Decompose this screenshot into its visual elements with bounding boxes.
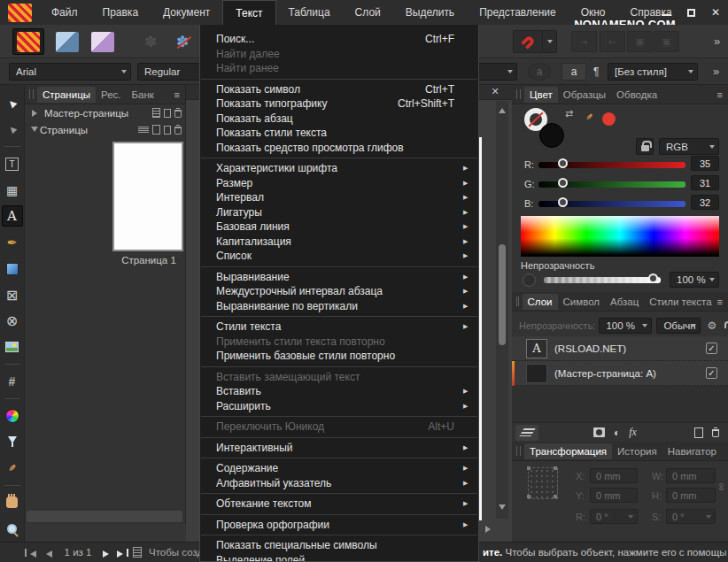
color-picker-tool[interactable]: ✒ — [2, 458, 23, 479]
zoom-tool[interactable] — [2, 518, 23, 539]
vertical-scrollbar[interactable] — [496, 101, 508, 519]
fontbar-overflow-button[interactable]: » — [713, 65, 719, 78]
link-dimensions-icon[interactable]: ∞ — [716, 483, 728, 491]
scroll-up-icon[interactable] — [499, 104, 506, 113]
blend-mode-select[interactable]: Обычн — [656, 318, 701, 334]
panel-menu-icon[interactable]: ≡ — [174, 89, 180, 100]
publisher-persona-button[interactable] — [12, 28, 44, 55]
previous-page-button[interactable] — [43, 549, 52, 559]
menubar-item[interactable]: Представление — [467, 0, 569, 25]
red-value[interactable]: 35 — [691, 156, 719, 171]
menu-item[interactable]: Применить базовые стили повторно ▶ — [200, 349, 478, 364]
tab-text-styles[interactable]: Стили текста — [644, 294, 716, 310]
layer-opacity-select[interactable]: 100 % — [599, 318, 652, 334]
color-spectrum[interactable] — [521, 216, 719, 257]
menu-item[interactable]: Базовая линия ▶ — [200, 219, 478, 235]
menu-item[interactable]: Стили текста ▶ — [200, 319, 478, 335]
font-family-select[interactable]: Arial — [9, 63, 131, 81]
menu-item[interactable]: Размер ▶ — [200, 176, 478, 191]
delete-layer-icon[interactable] — [712, 429, 719, 437]
panel-drag-handle[interactable] — [516, 446, 521, 456]
ellipse-frame-tool[interactable]: ⊗ — [2, 311, 23, 332]
menu-item[interactable]: Проверка орфографии ▶ — [200, 518, 478, 533]
panel-drag-handle[interactable] — [29, 89, 34, 99]
menu-item[interactable]: Показать символ Ctrl+T ▶ — [200, 82, 478, 97]
menu-item[interactable]: Показать абзац ▶ — [200, 112, 478, 127]
menubar-item[interactable]: Файл — [39, 0, 90, 25]
new-layer-icon[interactable] — [694, 427, 703, 438]
tab-resources[interactable]: Рес. — [96, 87, 127, 103]
artistic-text-button[interactable]: a — [561, 63, 586, 81]
artistic-text-tool[interactable]: А — [2, 205, 23, 227]
panel-menu-icon[interactable]: ≡ — [717, 89, 723, 100]
menu-item[interactable]: Капитализация ▶ — [200, 235, 478, 250]
slider-handle[interactable] — [558, 197, 568, 207]
tab-navigator[interactable]: Навигатор — [662, 443, 722, 459]
menu-item[interactable]: Показать специальные символы ▶ — [200, 538, 478, 553]
font-size-select[interactable] — [476, 63, 517, 81]
menu-item[interactable]: Показать средство просмотра глифов ▶ — [200, 141, 478, 156]
gradient-tool[interactable] — [2, 258, 23, 280]
table-tool[interactable]: ▦ — [2, 180, 23, 201]
tab-swatches[interactable]: Образцы — [558, 87, 611, 103]
mask-layer-icon[interactable] — [593, 427, 605, 437]
slider-handle[interactable] — [558, 158, 568, 168]
tab-transform[interactable]: Трансформация — [524, 443, 612, 459]
menu-item[interactable]: Содержание ▶ — [200, 461, 478, 476]
adjustment-layer-icon[interactable]: ◐ — [614, 427, 620, 439]
menu-item[interactable]: Показать стили текста ▶ — [200, 126, 478, 141]
pen-tool[interactable]: ✒ — [2, 232, 23, 253]
snapping-dropdown[interactable] — [543, 30, 557, 53]
crop-tool[interactable]: # — [2, 371, 23, 392]
menu-item[interactable]: Найти далее ▶ — [200, 47, 478, 62]
master-pages-row[interactable]: Мастер-страницы — [25, 104, 185, 121]
move-tool[interactable]: ▲ — [2, 93, 23, 114]
gear-icon[interactable]: ⚙ — [707, 319, 716, 332]
fill-tool[interactable] — [2, 405, 23, 427]
menu-item[interactable]: Обтекание текстом ▶ — [200, 497, 478, 512]
close-button[interactable]: ✕ — [709, 5, 723, 19]
minimize-button[interactable] — [659, 5, 673, 19]
duplicate-page-icon[interactable] — [164, 126, 171, 135]
menubar-item[interactable]: Выделить — [393, 0, 467, 25]
page-thumbnail[interactable] — [112, 142, 183, 251]
menu-item[interactable]: Выделение полей ▶ — [200, 553, 478, 562]
document-tab-close-button[interactable]: ✕ — [488, 86, 502, 99]
menu-item[interactable]: Выравнивание по вертикали ▶ — [200, 299, 478, 314]
menubar-item[interactable]: Документ — [151, 0, 222, 25]
tab-bank[interactable]: Банк — [127, 87, 159, 103]
scrollbar-thumb[interactable] — [499, 244, 506, 345]
menu-item[interactable]: Найти ранее ▶ — [200, 61, 478, 76]
menu-item[interactable]: Алфавитный указатель ▶ — [200, 476, 478, 491]
menu-item[interactable]: Показать типографику Ctrl+Shift+T ▶ — [200, 96, 478, 112]
layer-row-1[interactable]: A (RSLOAD.NET) ✓ — [512, 336, 728, 361]
tab-pages[interactable]: Страницы — [37, 87, 96, 103]
next-page-button[interactable] — [103, 549, 112, 559]
blue-slider[interactable] — [538, 201, 685, 207]
rectangle-frame-tool[interactable]: ⊠ — [2, 284, 23, 305]
blue-value[interactable]: 32 — [691, 195, 719, 210]
menu-item[interactable]: Междустрочный интервал абзаца ▶ — [200, 284, 478, 299]
first-page-button[interactable] — [25, 549, 36, 559]
menubar-item[interactable]: Таблица — [276, 0, 343, 25]
menu-item[interactable]: Характеристики шрифта ▶ — [200, 161, 478, 176]
slider-handle[interactable] — [648, 273, 658, 283]
opacity-slider[interactable] — [544, 277, 661, 283]
last-page-button[interactable] — [117, 549, 128, 559]
node-tool[interactable]: ▲ — [2, 119, 23, 141]
snapping-button[interactable] — [513, 30, 543, 53]
menu-item[interactable]: Выравнивание ▶ — [200, 270, 478, 285]
swap-colors-icon[interactable]: ⇄ — [565, 108, 573, 119]
menu-item[interactable]: Интервал ▶ — [200, 190, 478, 205]
photo-persona-button[interactable] — [87, 28, 119, 55]
green-slider[interactable] — [538, 181, 685, 188]
frame-text-tool[interactable]: T — [2, 153, 23, 174]
place-image-tool[interactable] — [2, 337, 23, 358]
add-page-icon[interactable] — [152, 125, 160, 135]
tab-color[interactable]: Цвет — [524, 87, 558, 103]
toolbar-overflow-button[interactable]: » — [714, 35, 720, 48]
menu-item[interactable]: Переключить Юникод Alt+U ▶ — [200, 420, 478, 435]
menu-item[interactable]: Вставить ▶ — [200, 384, 478, 399]
preview-toggle-button[interactable]: ✽ — [167, 28, 198, 55]
menu-item[interactable]: Лигатуры ▶ — [200, 205, 478, 220]
